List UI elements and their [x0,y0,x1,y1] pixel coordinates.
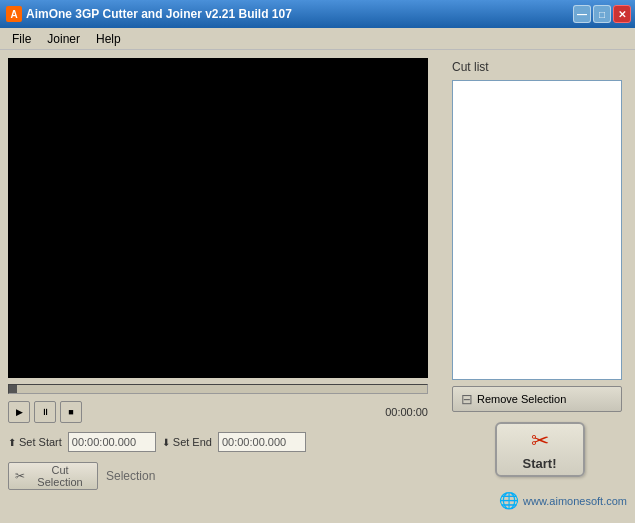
remove-selection-label: Remove Selection [477,393,566,405]
remove-icon: ⊟ [461,391,473,407]
stop-button[interactable]: ■ [60,401,82,423]
maximize-button[interactable]: □ [593,5,611,23]
website-link[interactable]: www.aimonesoft.com [523,495,627,507]
cut-selection-button[interactable]: ✂ Cut Selection [8,462,98,490]
end-time-input[interactable] [218,432,306,452]
selection-label: Selection [106,469,155,483]
set-start-button[interactable]: ⬆ Set Start [8,436,62,448]
set-end-button[interactable]: ⬇ Set End [162,436,212,448]
menu-help[interactable]: Help [88,30,129,48]
app-title: AimOne 3GP Cutter and Joiner v2.21 Build… [26,7,292,21]
video-preview [8,58,428,378]
start-button[interactable]: ✂ Start! [495,422,585,477]
scissors-small-icon: ✂ [15,469,25,483]
playback-controls: ▶ ⏸ ■ 00:00:00 [8,400,428,424]
close-button[interactable]: ✕ [613,5,631,23]
scissors-icon: ✂ [531,428,549,454]
menu-file[interactable]: File [4,30,39,48]
pause-button[interactable]: ⏸ [34,401,56,423]
set-start-icon: ⬆ [8,437,16,448]
start-label: Start! [523,456,557,471]
cut-selection-label: Cut Selection [29,464,91,488]
start-time-input[interactable] [68,432,156,452]
cut-list-box [452,80,622,380]
set-start-label: Set Start [19,436,62,448]
play-button[interactable]: ▶ [8,401,30,423]
set-time-row: ⬆ Set Start ⬇ Set End [8,430,428,454]
menu-joiner[interactable]: Joiner [39,30,88,48]
remove-selection-button[interactable]: ⊟ Remove Selection [452,386,622,412]
right-panel: Cut list ⊟ Remove Selection ✂ Start! 🌐 w… [452,58,627,515]
menu-bar: File Joiner Help [0,28,635,50]
set-end-icon: ⬇ [162,437,170,448]
seek-bar[interactable] [8,384,428,394]
app-icon: A [6,6,22,22]
window-controls: — □ ✕ [573,5,631,23]
main-content: ▶ ⏸ ■ 00:00:00 ⬆ Set Start ⬇ Set End ✂ C… [0,50,635,523]
set-end-label: Set End [173,436,212,448]
globe-icon: 🌐 [499,491,519,510]
title-bar: A AimOne 3GP Cutter and Joiner v2.21 Bui… [0,0,635,28]
time-display: 00:00:00 [385,406,428,418]
left-panel: ▶ ⏸ ■ 00:00:00 ⬆ Set Start ⬇ Set End ✂ C… [8,58,444,515]
seek-thumb[interactable] [9,385,17,393]
minimize-button[interactable]: — [573,5,591,23]
cut-list-label: Cut list [452,60,627,74]
